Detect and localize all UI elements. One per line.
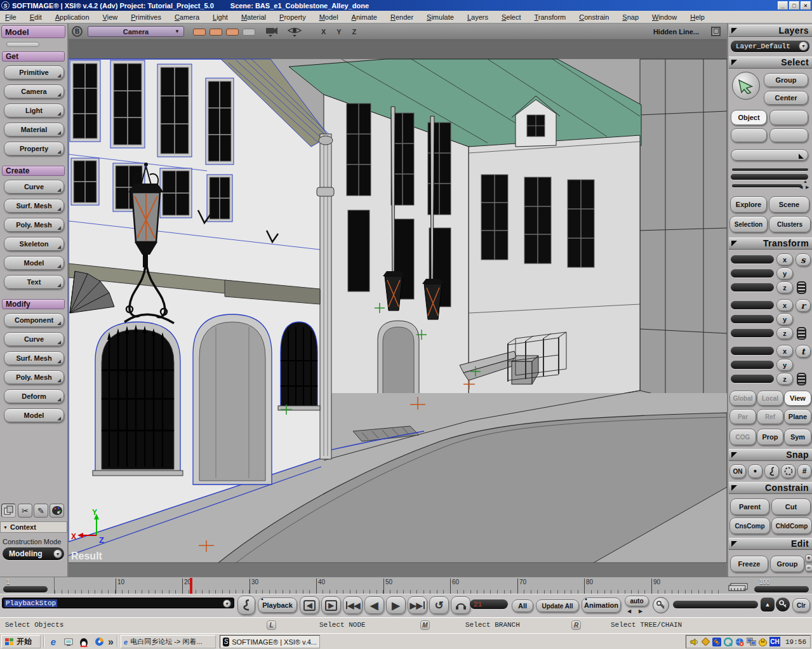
scale-x-slider[interactable] bbox=[731, 255, 774, 264]
current-frame-field[interactable]: 21 bbox=[470, 599, 508, 609]
translate-z-toggle[interactable]: z bbox=[776, 373, 793, 385]
memo-cam-2[interactable] bbox=[210, 29, 222, 36]
keyframe-slider[interactable] bbox=[673, 601, 758, 608]
menu-material[interactable]: Material bbox=[241, 13, 266, 21]
key-up-button[interactable]: ▲ bbox=[761, 598, 775, 612]
menu-view[interactable]: View bbox=[103, 13, 118, 21]
memo-cam-1[interactable] bbox=[193, 29, 206, 36]
timeline-ruler[interactable]: 10 20 30 40 50 60 70 80 90 bbox=[54, 577, 724, 594]
play-forward-button[interactable]: ▶ bbox=[386, 596, 406, 614]
snap-point-icon[interactable]: • bbox=[748, 464, 762, 478]
scene-button[interactable]: Scene bbox=[769, 196, 809, 213]
layers-stack-icon[interactable] bbox=[1, 504, 16, 518]
snap-header[interactable]: Snap bbox=[729, 449, 812, 461]
menu-application[interactable]: Application bbox=[55, 13, 90, 21]
menu-light[interactable]: Light bbox=[213, 13, 228, 21]
rotate-z-toggle[interactable]: z bbox=[776, 327, 793, 339]
frame-step-back-button[interactable]: ◀ bbox=[300, 596, 319, 614]
scale-link-icon[interactable] bbox=[797, 281, 806, 294]
edit-minus-button[interactable]: − bbox=[805, 564, 812, 572]
auto-right-icon[interactable]: ▶ bbox=[639, 608, 642, 614]
ruler-icon[interactable] bbox=[728, 581, 750, 591]
key-white-icon[interactable] bbox=[776, 598, 790, 612]
sym-button[interactable]: Sym bbox=[784, 429, 811, 445]
menu-file[interactable]: File bbox=[5, 13, 17, 21]
chevron-down-icon[interactable]: ▼ bbox=[223, 599, 231, 608]
constrain-parent-button[interactable]: Parent bbox=[730, 498, 769, 515]
scissors-tool-icon[interactable]: ✂ bbox=[18, 504, 32, 518]
update-all-button[interactable]: Update All bbox=[536, 599, 579, 612]
key-icon[interactable] bbox=[653, 597, 669, 613]
modify-surfmesh-button[interactable]: Surf. Mesh bbox=[4, 351, 64, 365]
menu-property[interactable]: Property bbox=[279, 13, 306, 21]
viewport-axes-toggle[interactable]: X Y Z bbox=[321, 28, 361, 36]
qq-penguin-icon[interactable] bbox=[77, 636, 90, 648]
rotate-x-toggle[interactable]: x bbox=[776, 299, 793, 311]
chevron-down-icon[interactable]: ▼ bbox=[799, 41, 808, 51]
get-property-button[interactable]: Property bbox=[4, 142, 64, 156]
snap-on-button[interactable]: ON bbox=[729, 464, 746, 478]
create-polymesh-button[interactable]: Poly. Mesh bbox=[4, 218, 64, 232]
maximize-button[interactable]: □ bbox=[789, 1, 799, 10]
memo-cam-4[interactable] bbox=[243, 29, 255, 36]
create-text-button[interactable]: Text bbox=[4, 275, 64, 289]
layer-select[interactable]: Layer_Default bbox=[731, 41, 809, 52]
toolbar-mode-button[interactable]: Model bbox=[1, 25, 65, 38]
cnscomp-button[interactable]: CnsComp bbox=[729, 518, 770, 534]
get-camera-button[interactable]: Camera bbox=[4, 84, 64, 98]
spinner-right-icon[interactable]: ▶ bbox=[806, 185, 809, 190]
display-mode-button[interactable]: Hidden Line... bbox=[653, 28, 699, 36]
input-method-badge[interactable]: CH bbox=[769, 637, 780, 646]
select-filter-blank-1[interactable] bbox=[769, 110, 808, 125]
gold-tool-icon[interactable] bbox=[702, 638, 710, 646]
get-light-button[interactable]: Light bbox=[4, 104, 64, 117]
edit-group-button[interactable]: Group bbox=[770, 556, 804, 572]
selection-button[interactable]: Selection bbox=[729, 216, 768, 232]
volume-icon[interactable] bbox=[690, 638, 699, 646]
network-computers-icon[interactable] bbox=[747, 638, 756, 646]
show-desktop-icon[interactable] bbox=[62, 636, 75, 648]
menu-snap[interactable]: Snap bbox=[622, 13, 639, 21]
rotate-link-icon[interactable] bbox=[797, 327, 806, 340]
select-center-button[interactable]: Center bbox=[764, 91, 808, 105]
cog-button[interactable]: COG bbox=[729, 429, 756, 445]
scale-y-toggle[interactable]: y bbox=[776, 267, 793, 279]
eye-visibility-icon[interactable] bbox=[287, 26, 302, 40]
media-player-icon[interactable] bbox=[93, 636, 105, 648]
menu-help[interactable]: Help bbox=[690, 13, 705, 21]
create-curve-button[interactable]: Curve bbox=[4, 180, 64, 194]
modify-curve-button[interactable]: Curve bbox=[4, 332, 64, 346]
ie-quicklaunch-icon[interactable]: e bbox=[47, 636, 60, 648]
constrain-header[interactable]: Constrain bbox=[729, 482, 812, 494]
menu-edit[interactable]: Edit bbox=[30, 13, 42, 21]
select-group-button[interactable]: Group bbox=[764, 73, 808, 87]
viewport-camera-select[interactable]: Camera ▼ bbox=[88, 26, 184, 37]
create-model-button[interactable]: Model bbox=[4, 256, 64, 270]
go-to-end-button[interactable]: ▶▶ bbox=[408, 596, 427, 614]
task-browser-button[interactable]: e 电白同乡论坛 -> 闲着... bbox=[121, 635, 216, 648]
modify-component-button[interactable]: Component bbox=[4, 313, 64, 327]
modify-model-button[interactable]: Model bbox=[4, 408, 64, 422]
start-button[interactable]: 开始 bbox=[1, 635, 41, 648]
menu-camera[interactable]: Camera bbox=[175, 13, 199, 21]
menu-constrain[interactable]: Constrain bbox=[579, 13, 609, 21]
rotate-y-toggle[interactable]: y bbox=[776, 313, 793, 325]
rotate-tool-button[interactable]: r bbox=[795, 299, 811, 312]
transform-header[interactable]: Transform bbox=[729, 238, 812, 250]
view-mode-button[interactable]: View bbox=[784, 391, 811, 406]
select-slider-thin[interactable] bbox=[732, 184, 802, 187]
snap-grid-icon[interactable]: # bbox=[797, 464, 811, 478]
timeline-start-pill[interactable] bbox=[3, 586, 48, 592]
clusters-button[interactable]: Clusters bbox=[769, 216, 811, 232]
select-arrow-tool[interactable] bbox=[732, 72, 760, 100]
auto-left-icon[interactable]: ◀ bbox=[627, 608, 631, 614]
scale-tool-button[interactable]: s bbox=[795, 253, 811, 266]
edit-freeze-button[interactable]: Freeze bbox=[730, 556, 768, 572]
menu-animate[interactable]: Animate bbox=[352, 13, 377, 21]
local-mode-button[interactable]: Local bbox=[757, 391, 783, 406]
select-filter-blank-3[interactable] bbox=[769, 128, 808, 142]
camera-icon[interactable] bbox=[265, 26, 279, 40]
get-primitive-button[interactable]: Primitive bbox=[4, 65, 64, 79]
viewport-resize-icon[interactable] bbox=[711, 27, 721, 36]
scale-x-toggle[interactable]: x bbox=[776, 253, 793, 265]
